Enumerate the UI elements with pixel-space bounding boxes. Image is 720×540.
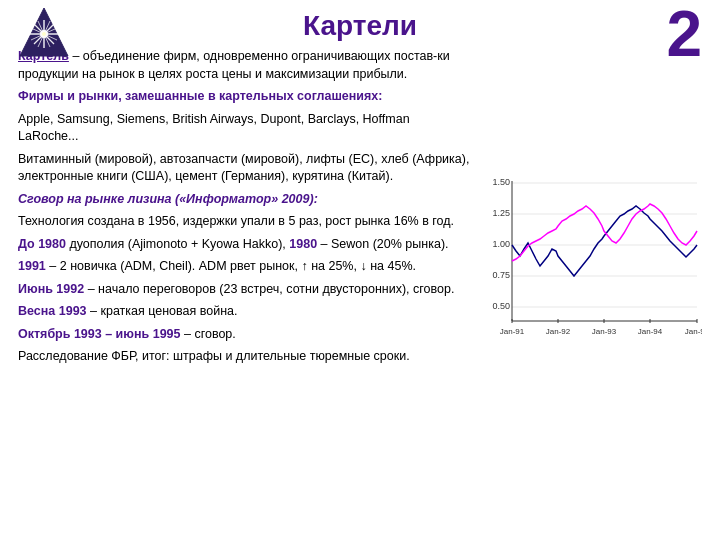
story-1991-text: – 2 новичка (ADM, Cheil). ADM рвет рынок… <box>46 259 416 273</box>
svg-text:0.50: 0.50 <box>492 301 510 311</box>
svg-text:1.50: 1.50 <box>492 177 510 187</box>
definition-para: Картель – объединение фирм, одновременно… <box>18 48 472 83</box>
story-text1: Технология создана в 1956, издержки упал… <box>18 214 454 228</box>
definition-text: – объединение фирм, одновременно огранич… <box>18 49 450 81</box>
story-spring1993-para: Весна 1993 – краткая ценовая война. <box>18 303 472 321</box>
text-column: Картель – объединение фирм, одновременно… <box>18 48 472 371</box>
story-spring1993-text: – краткая ценовая война. <box>87 304 238 318</box>
slide-number: 2 <box>666 2 702 66</box>
firms-list: Apple, Samsung, Siemens, British Airways… <box>18 112 410 144</box>
svg-text:0.75: 0.75 <box>492 270 510 280</box>
svg-text:1.00: 1.00 <box>492 239 510 249</box>
story-before1980-text: дуополия (Ajimonoto + Kyowa Hakko), <box>66 237 289 251</box>
price-chart: 1.50 1.25 1.00 0.75 0.50 J <box>482 171 702 371</box>
story-1980-text: – Sewon (20% рынка). <box>317 237 448 251</box>
story-1980: 1980 <box>289 237 317 251</box>
firms-heading: Фирмы и рынки, замешанные в картельных с… <box>18 89 382 103</box>
story-june1992-text: – начало переговоров (23 встреч, сотни д… <box>84 282 454 296</box>
logo <box>18 6 70 58</box>
story-june1992-para: Июнь 1992 – начало переговоров (23 встре… <box>18 281 472 299</box>
chart-svg: 1.50 1.25 1.00 0.75 0.50 J <box>482 171 702 371</box>
svg-text:Jan-94: Jan-94 <box>638 327 663 336</box>
markets-list: Витаминный (мировой), автозапчасти (миро… <box>18 152 469 184</box>
firms-list-para: Apple, Samsung, Siemens, British Airways… <box>18 111 472 146</box>
story-oct1993: Октябрь 1993 – июнь 1995 <box>18 327 181 341</box>
markets-list-para: Витаминный (мировой), автозапчасти (миро… <box>18 151 472 186</box>
chart-column: 1.50 1.25 1.00 0.75 0.50 J <box>482 48 702 371</box>
story-heading-para: Сговор на рынке лизина («Информатор» 200… <box>18 191 472 209</box>
svg-text:1.25: 1.25 <box>492 208 510 218</box>
svg-rect-11 <box>482 171 702 371</box>
slide-title: Картели <box>303 10 417 42</box>
story-oct1993-para: Октябрь 1993 – июнь 1995 – сговор. <box>18 326 472 344</box>
story-before1980: До 1980 <box>18 237 66 251</box>
main-content: Картель – объединение фирм, одновременно… <box>18 48 702 371</box>
svg-text:Jan-92: Jan-92 <box>546 327 571 336</box>
story-heading: Сговор на рынке лизина («Информатор» 200… <box>18 192 318 206</box>
slide: Картели 2 Картель – объединение фирм, од… <box>0 0 720 540</box>
story-1991: 1991 <box>18 259 46 273</box>
story-1980-para: До 1980 дуополия (Ajimonoto + Kyowa Hakk… <box>18 236 472 254</box>
story-spring1993: Весна 1993 <box>18 304 87 318</box>
firms-heading-para: Фирмы и рынки, замешанные в картельных с… <box>18 88 472 106</box>
story-1991-para: 1991 – 2 новичка (ADM, Cheil). ADM рвет … <box>18 258 472 276</box>
story-oct1993-text: – сговор. <box>181 327 236 341</box>
story-june1992: Июнь 1992 <box>18 282 84 296</box>
story-final: Расследование ФБР, итог: штрафы и длител… <box>18 349 410 363</box>
svg-text:Jan-91: Jan-91 <box>500 327 525 336</box>
svg-text:Jan-95: Jan-95 <box>685 327 702 336</box>
svg-point-10 <box>42 32 46 36</box>
svg-text:Jan-93: Jan-93 <box>592 327 617 336</box>
story-line1-para: Технология создана в 1956, издержки упал… <box>18 213 472 231</box>
story-final-para: Расследование ФБР, итог: штрафы и длител… <box>18 348 472 366</box>
header: Картели 2 <box>18 10 702 42</box>
